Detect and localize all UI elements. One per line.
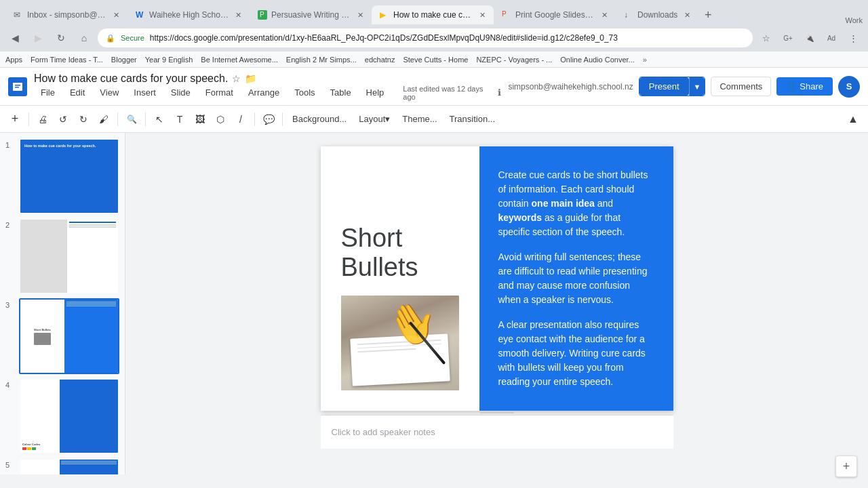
- undo-button[interactable]: ↺: [54, 110, 73, 129]
- back-button[interactable]: ◀: [5, 28, 24, 47]
- redo-button[interactable]: ↻: [74, 110, 93, 129]
- tab-persuasive[interactable]: P Persuasive Writing & Sp... ✕: [250, 5, 372, 24]
- home-button[interactable]: ⌂: [75, 28, 94, 47]
- bookmark-form-time[interactable]: Form Time Ideas - T...: [31, 56, 103, 64]
- edit-history-icon[interactable]: ℹ: [498, 87, 501, 98]
- text-box-tool[interactable]: T: [170, 110, 189, 129]
- user-avatar[interactable]: S: [838, 76, 860, 98]
- bookmark-more[interactable]: »: [643, 56, 647, 64]
- tab-close[interactable]: ✕: [357, 11, 363, 20]
- slide-image: ✋: [341, 296, 459, 390]
- star-icon[interactable]: ☆: [232, 73, 241, 84]
- slide-thumb-1[interactable]: 1 How to make cue cards for your speech.: [5, 138, 119, 214]
- bookmark-blogger[interactable]: Blogger: [111, 56, 137, 64]
- add-slide-button[interactable]: +: [5, 110, 24, 129]
- collapse-toolbar-button[interactable]: ▲: [844, 110, 863, 129]
- slide-preview-5[interactable]: Key Information: [19, 458, 119, 474]
- paragraph-2: Avoid writing full sentences; these are …: [498, 250, 654, 307]
- tab-favicon: P: [258, 10, 267, 20]
- menu-help[interactable]: Help: [359, 85, 391, 100]
- present-button[interactable]: Present: [639, 77, 689, 96]
- menu-format[interactable]: Format: [199, 85, 240, 100]
- menu-arrange[interactable]: Arrange: [241, 85, 286, 100]
- extension-icon-1[interactable]: G+: [778, 28, 797, 47]
- tab-waiheke[interactable]: W Waiheke High School ... ✕: [127, 5, 250, 24]
- new-tab-button[interactable]: +: [698, 5, 717, 24]
- bookmark-english2[interactable]: English 2 Mr Simps...: [286, 56, 357, 64]
- canvas-area[interactable]: Short Bullets ✋: [125, 133, 868, 474]
- tab-close[interactable]: ✕: [235, 11, 241, 20]
- print-button[interactable]: 🖨: [33, 110, 52, 129]
- paint-format-button[interactable]: 🖌: [94, 110, 113, 129]
- share-button[interactable]: 👤 Share: [776, 77, 833, 96]
- slide-left-panel: Short Bullets ✋: [321, 146, 479, 411]
- line-tool[interactable]: /: [231, 110, 250, 129]
- main-area: 1 How to make cue cards for your speech.…: [0, 133, 868, 474]
- tab-close[interactable]: ✕: [479, 11, 486, 20]
- slide-thumb-4[interactable]: 4 Colour Codes: [5, 378, 119, 454]
- comments-button[interactable]: Comments: [711, 77, 771, 96]
- extension-icon-3[interactable]: Ad: [822, 28, 841, 47]
- menu-insert[interactable]: Insert: [127, 85, 163, 100]
- tab-close[interactable]: ✕: [601, 11, 608, 20]
- cursor-tool[interactable]: ↖: [150, 110, 169, 129]
- comment-tool[interactable]: 💬: [259, 110, 278, 129]
- toolbar: + 🖨 ↺ ↻ 🖌 🔍 ↖ T 🖼 ⬡ / 💬 Background... La…: [0, 106, 868, 133]
- share-icon: 👤: [786, 81, 797, 92]
- tab-close[interactable]: ✕: [113, 11, 119, 20]
- tab-label: Waiheke High School ...: [149, 10, 229, 20]
- bookmark-nzepc[interactable]: NZEPC - Voyagers - ...: [476, 56, 552, 64]
- speaker-notes-placeholder[interactable]: Click to add speaker notes: [332, 427, 435, 437]
- tab-gmail[interactable]: ✉ Inbox - simpsonb@wai... ✕: [5, 5, 127, 24]
- slide-preview-3[interactable]: Short Bullets: [19, 298, 119, 374]
- menu-slide[interactable]: Slide: [164, 85, 197, 100]
- slide-preview-1[interactable]: How to make cue cards for your speech.: [19, 138, 119, 214]
- tab-close[interactable]: ✕: [684, 11, 690, 20]
- forward-button[interactable]: ▶: [28, 28, 47, 47]
- add-button-icon[interactable]: +: [835, 455, 857, 474]
- bookmark-internet[interactable]: Be Internet Awesome...: [201, 56, 278, 64]
- slide-thumb-5[interactable]: 5 Key Information: [5, 458, 119, 474]
- extension-icon-2[interactable]: 🔌: [800, 28, 819, 47]
- bookmark-audio[interactable]: Online Audio Conver...: [560, 56, 634, 64]
- bookmark-year9[interactable]: Year 9 English: [145, 56, 193, 64]
- reload-button[interactable]: ↻: [52, 28, 71, 47]
- shape-tool[interactable]: ⬡: [211, 110, 230, 129]
- tab-print-slides[interactable]: P Print Google Slides - M... ✕: [494, 5, 616, 24]
- menu-view[interactable]: View: [93, 85, 125, 100]
- browser-chrome: ✉ Inbox - simpsonb@wai... ✕ W Waiheke Hi…: [0, 0, 868, 68]
- menu-edit[interactable]: Edit: [63, 85, 92, 100]
- tab-label: Downloads: [637, 10, 677, 20]
- zoom-control[interactable]: 🔍: [122, 110, 141, 129]
- menu-file[interactable]: File: [34, 85, 62, 100]
- theme-button[interactable]: Theme...: [397, 111, 442, 127]
- transition-button[interactable]: Transition...: [444, 111, 500, 127]
- menu-tools[interactable]: Tools: [288, 85, 321, 100]
- folder-icon[interactable]: 📁: [245, 73, 256, 84]
- tab-label: Print Google Slides - M...: [515, 10, 595, 20]
- bookmark-edchatnz[interactable]: edchatnz: [365, 56, 395, 64]
- present-dropdown-button[interactable]: ▼: [689, 77, 705, 96]
- chrome-menu-icon[interactable]: ⋮: [844, 28, 863, 47]
- speaker-notes-area[interactable]: Click to add speaker notes: [321, 415, 673, 449]
- layout-button[interactable]: Layout▾: [353, 111, 395, 127]
- tab-downloads[interactable]: ↓ Downloads ✕: [616, 5, 698, 24]
- bookmark-steve-cutts[interactable]: Steve Cutts - Home: [403, 56, 468, 64]
- slide-thumb-3[interactable]: 3 Short Bullets: [5, 298, 119, 374]
- slide-thumb-2[interactable]: 2: [5, 218, 119, 294]
- slide4-mini-label: Colour Codes: [22, 443, 58, 446]
- add-slide-fab[interactable]: +: [835, 455, 857, 474]
- menu-table[interactable]: Table: [323, 85, 358, 100]
- slide-title: Short Bullets: [341, 224, 459, 282]
- bookmark-apps[interactable]: Apps: [5, 56, 22, 64]
- background-button[interactable]: Background...: [287, 111, 352, 127]
- bookmark-icon[interactable]: ☆: [757, 28, 776, 47]
- slide-num-2: 2: [5, 218, 15, 229]
- image-tool[interactable]: 🖼: [191, 110, 210, 129]
- slide-preview-2[interactable]: [19, 218, 119, 294]
- tab-cue-cards[interactable]: ▶ How to make cue cards ... ✕: [372, 5, 494, 24]
- paragraph-1: Create cue cards to be short bullets of …: [498, 168, 654, 239]
- slide-canvas[interactable]: Short Bullets ✋: [321, 146, 673, 411]
- slide-preview-4[interactable]: Colour Codes: [19, 378, 119, 454]
- address-bar[interactable]: 🔒 Secure https://docs.google.com/present…: [98, 28, 753, 47]
